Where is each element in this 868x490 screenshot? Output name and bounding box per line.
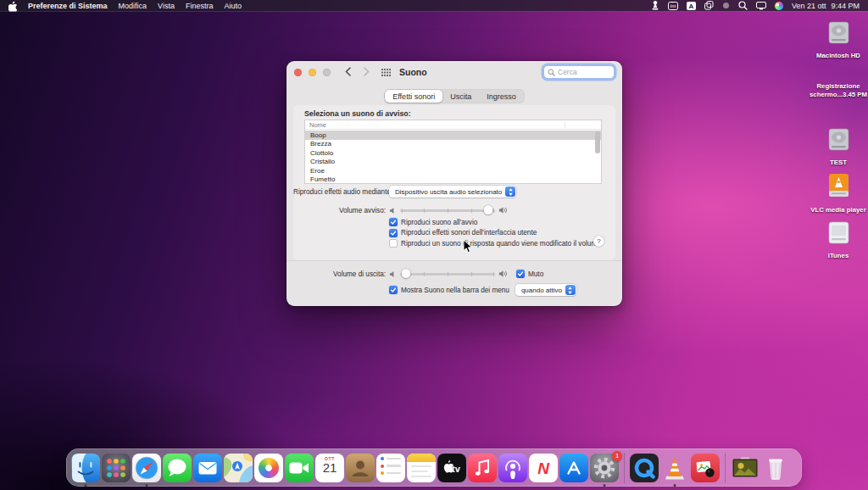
checkbox[interactable] bbox=[389, 239, 398, 248]
appstore-icon bbox=[559, 454, 588, 482]
dock-file-icon[interactable] bbox=[731, 454, 760, 482]
output-volume-label: Volume di uscita: bbox=[287, 270, 386, 278]
window-titlebar: Suono bbox=[287, 61, 622, 83]
dock-news-icon[interactable]: N bbox=[529, 454, 558, 482]
tab-ingresso[interactable]: Ingresso bbox=[479, 90, 524, 103]
stats-icon[interactable] bbox=[651, 1, 659, 10]
dock-reminders-icon[interactable] bbox=[376, 454, 405, 482]
desktop-icon-registrazione-schermo-3-45-pm[interactable]: Registrazione schermo...3.45 PM bbox=[807, 81, 868, 99]
option-riproduci-suono-all-avvio[interactable]: Riproduci suono all'avvio bbox=[389, 218, 601, 226]
sound-effects-panel: Seleziona un suono di avviso: Nome BoopB… bbox=[293, 105, 615, 260]
tab-effetti-sonori[interactable]: Effetti sonori bbox=[385, 90, 442, 103]
music-icon bbox=[468, 454, 497, 482]
forward-button[interactable] bbox=[364, 64, 370, 80]
dock-trash-icon[interactable] bbox=[761, 454, 790, 482]
mute-checkbox[interactable] bbox=[516, 270, 525, 278]
output-device-dropdown[interactable]: Dispositivo uscita audio selezionato bbox=[389, 186, 516, 198]
minimize-button[interactable] bbox=[309, 69, 316, 76]
sound-row-ciottolo[interactable]: Ciottolo bbox=[305, 148, 601, 158]
character-viewer-icon[interactable]: A bbox=[687, 2, 696, 10]
help-button[interactable]: ? bbox=[593, 236, 604, 247]
checkbox[interactable] bbox=[389, 229, 398, 237]
siri-icon[interactable] bbox=[775, 2, 783, 10]
menu-app-name[interactable]: Preferenze di Sistema bbox=[28, 2, 108, 10]
output-volume-slider[interactable] bbox=[389, 266, 509, 281]
sound-row-cristallo[interactable]: Cristallo bbox=[305, 158, 601, 167]
apple-menu-icon[interactable] bbox=[8, 1, 17, 11]
zoom-button-disabled[interactable] bbox=[323, 69, 331, 76]
dock-podcasts-icon[interactable] bbox=[498, 454, 527, 482]
desktop-icon-itunes[interactable]: iTunes bbox=[807, 220, 868, 260]
finder-icon bbox=[71, 454, 100, 482]
option-riproduci-effetti-sonori-dell-interfacci[interactable]: Riproduci effetti sonori dell'interfacci… bbox=[389, 229, 601, 237]
dock-vlc-icon[interactable] bbox=[660, 454, 689, 482]
list-scrollbar[interactable] bbox=[595, 131, 600, 181]
dock-appletv-icon[interactable]: tv bbox=[437, 454, 466, 482]
alert-volume-slider[interactable] bbox=[389, 203, 509, 218]
dock-safari-icon[interactable] bbox=[132, 454, 161, 482]
dock-settings-icon[interactable]: 1 bbox=[590, 454, 619, 482]
dock-calendar-icon[interactable]: OTT21 bbox=[315, 454, 344, 482]
dock-separator bbox=[725, 453, 726, 483]
dropdown-arrows-icon bbox=[565, 285, 576, 295]
accessory-icon[interactable] bbox=[722, 2, 730, 9]
sound-row-eroe[interactable]: Eroe bbox=[305, 166, 601, 175]
show-sound-menubar-option[interactable]: Mostra Suono nella barra dei menu bbox=[389, 286, 509, 294]
alert-sound-list: Nome BoopBrezzaCiottoloCristalloEroeFume… bbox=[304, 120, 602, 184]
dock-messages-icon[interactable] bbox=[163, 454, 192, 482]
desktop-icon-macintosh-hd[interactable]: Macintosh HD bbox=[807, 20, 868, 60]
sound-row-fumetto[interactable]: Fumetto bbox=[305, 175, 601, 184]
slider-knob[interactable] bbox=[484, 205, 493, 214]
desktop-icon-test[interactable]: TEST bbox=[807, 127, 868, 167]
desktop-icon-vlc-media-player[interactable]: VLC media player bbox=[807, 173, 868, 214]
search-input[interactable] bbox=[555, 68, 610, 76]
desktop-icon-label: iTunes bbox=[808, 252, 868, 260]
mail-icon bbox=[193, 454, 222, 482]
slider-track[interactable] bbox=[400, 273, 495, 276]
show-sound-menubar-checkbox[interactable] bbox=[389, 286, 398, 294]
option-riproduci-un-suono-di-risposta-quando-vi[interactable]: Riproduci un suono di risposta quando vi… bbox=[389, 239, 601, 248]
menu-finestra[interactable]: Finestra bbox=[186, 2, 214, 10]
display-icon[interactable] bbox=[756, 2, 766, 10]
dock-facetime-icon[interactable] bbox=[285, 454, 314, 482]
show-all-grid-icon[interactable] bbox=[381, 69, 391, 76]
menu-bar-clock[interactable]: Ven 21 ott 9:44 PM bbox=[792, 2, 860, 10]
clipboard-icon[interactable] bbox=[704, 1, 714, 10]
tab-uscita[interactable]: Uscita bbox=[442, 90, 479, 103]
dock-photoapp-icon[interactable] bbox=[691, 454, 720, 482]
mute-option[interactable]: Muto bbox=[516, 270, 543, 278]
alert-volume-row: Volume avviso: bbox=[293, 204, 615, 216]
dock-photos-icon[interactable] bbox=[254, 454, 283, 482]
slider-track[interactable] bbox=[400, 209, 495, 212]
desktop-icon-label: VLC media player bbox=[808, 206, 868, 214]
list-column-header[interactable]: Nome bbox=[305, 120, 601, 130]
dock-contacts-icon[interactable] bbox=[346, 454, 375, 482]
menu-aiuto[interactable]: Aiuto bbox=[224, 2, 242, 10]
dock-music-icon[interactable] bbox=[468, 454, 497, 482]
vlc-icon bbox=[660, 454, 689, 482]
menu-modifica[interactable]: Modifica bbox=[119, 2, 147, 10]
section-divider bbox=[287, 260, 622, 261]
spotlight-icon[interactable] bbox=[738, 1, 748, 10]
running-indicator-dot bbox=[146, 484, 148, 487]
search-field[interactable] bbox=[543, 65, 615, 79]
dock-launchpad-icon[interactable] bbox=[102, 454, 131, 482]
dock-appstore-icon[interactable] bbox=[559, 454, 588, 482]
sound-row-boop[interactable]: Boop bbox=[305, 131, 601, 140]
dock-finder-icon[interactable] bbox=[71, 454, 100, 482]
input-method-icon[interactable]: im bbox=[668, 2, 678, 10]
calendar-day: 21 bbox=[323, 461, 337, 475]
dock-mail-icon[interactable] bbox=[193, 454, 222, 482]
dock-notes-icon[interactable] bbox=[407, 454, 436, 482]
close-button[interactable] bbox=[294, 69, 302, 76]
scrollbar-thumb[interactable] bbox=[595, 131, 600, 153]
sound-row-brezza[interactable]: Brezza bbox=[305, 140, 601, 149]
menubar-mode-dropdown[interactable]: quando attivo bbox=[515, 284, 576, 296]
menu-vista[interactable]: Vista bbox=[158, 2, 175, 10]
file-icon bbox=[731, 454, 760, 482]
back-button[interactable] bbox=[345, 64, 351, 80]
checkbox[interactable] bbox=[389, 218, 398, 226]
dock-maps-icon[interactable] bbox=[224, 454, 253, 482]
dock-quicktime-icon[interactable] bbox=[630, 454, 659, 482]
slider-knob[interactable] bbox=[401, 269, 410, 278]
